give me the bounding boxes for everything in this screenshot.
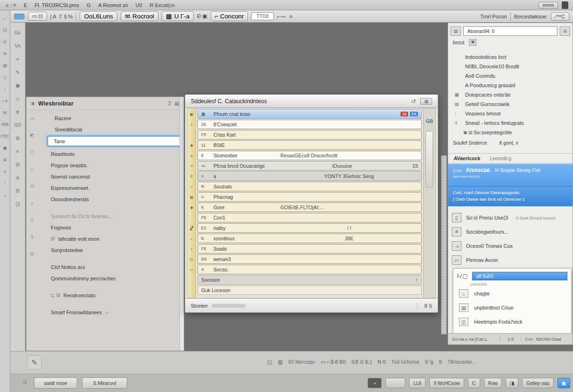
table-row[interactable]: ΓP Crtas Kart [197,130,422,139]
pencil-tool-button[interactable]: ✎ [27,355,41,369]
dropdown-item[interactable]: ▤ unpbirdtnol Criue [453,301,571,315]
menu-item-r[interactable]: R Excst(cn [150,2,175,8]
list-item[interactable]: ▤Geteif Guroscoaeik [452,99,570,109]
table-row[interactable]: F6 3aads [197,244,422,253]
c-button[interactable]: C [468,378,480,388]
table-row[interactable]: D6 wenan3 [197,254,422,264]
tool-icon-9[interactable]: M [1,110,9,115]
group-row[interactable]: Soooore ↑ [197,275,422,285]
dropdown-selected-value[interactable]: aft 5u50 [472,272,567,280]
align-icons[interactable]: S∃ ⊙ E.) [352,359,372,365]
rename-input[interactable] [47,136,182,147]
tree-item[interactable]: ⊏ ⊟Reodromclats [26,290,180,300]
tool-icon-4[interactable]: ≋ [1,51,9,56]
menu-item-edit[interactable]: A Roomot sn [98,2,128,8]
wave-icon[interactable]: ⌐~⌐ [277,14,286,19]
stack-icon[interactable]: ≡ [289,14,292,19]
color-swatch[interactable] [14,14,25,19]
list-item[interactable]: A Pooduceicg grasaid [452,81,570,90]
palette-icon-4[interactable]: ✎ [14,70,22,75]
palette-icon-5[interactable]: ▣ [14,83,22,88]
search-right-icon[interactable]: ⊟ [560,26,570,36]
tree-item[interactable]: Oooudriesherids [26,194,180,204]
panel-menu-icon[interactable]: ▤ [175,101,179,106]
action-item[interactable]: ▯ So:sl Preou Use(3 3 Sast Broad Nuouc [452,211,569,225]
list-item[interactable]: ›Veaseos bmost [452,109,570,118]
table-row[interactable]: K Gore GOIEItE.FLTOjAt:... [197,203,422,212]
tab-leonotiig[interactable]: Leonotii:g [490,155,511,161]
ttst-label[interactable]: Ttst Ucfsrtoe [391,359,419,365]
shape-pair-icon[interactable]: Ɖ ▣ [197,13,207,19]
table-row[interactable]: E1 natby / / [197,223,422,233]
list-item[interactable]: Ao8 Coomds. [452,71,570,81]
tree-item[interactable]: Noenst oancenst [26,172,180,181]
collapse-icon[interactable]: ↑ [404,277,418,283]
tool-icon-7[interactable]: ↓ [1,87,9,91]
text-tool-icon[interactable]: | A [50,14,57,19]
menu-right-button[interactable]: 88888 [539,2,558,8]
tool-icon-10[interactable]: IΘB [1,122,9,127]
tool-icon-16[interactable]: → [1,193,9,197]
selected-entry-block[interactable]: (Live Anoucae. H Snayie Seung Fist warrs… [448,164,573,206]
tool-icon-14[interactable]: v [1,169,9,174]
palette-icon-13[interactable]: Θ [14,188,22,194]
gotiey-oau-button[interactable]: Gotiey oau [522,378,553,388]
scrollbar-thumb[interactable] [426,131,433,188]
table-row[interactable]: ≡ Phacnag [197,192,422,202]
frame-icon[interactable]: ◱ [267,359,272,365]
menu-item-g[interactable]: G [87,2,91,8]
table-row[interactable]: F5 Con1 [197,213,422,222]
palette-icon-8[interactable]: SO [14,122,22,128]
tab-avaertcock[interactable]: AVaertcock [454,155,480,161]
aaidt-nooe-button[interactable]: aaidt nooe [34,377,77,389]
tree-item[interactable]: Qommundninmy percrachec [26,273,180,283]
ll6-button[interactable]: LL6 [409,378,426,388]
nine-icon[interactable]: 9 [439,359,442,365]
table-row[interactable]: 8 Stomexber ResaxGEca9 Dracecfocttt [197,151,422,160]
tool-icon-15[interactable]: ⋮ [1,181,9,186]
palette-icon-11[interactable]: (6 [14,162,22,167]
tool-icon-12[interactable]: ▣ [1,146,9,150]
tree-item[interactable]: Raceor [26,113,180,123]
node-icons[interactable]: N 0 [377,359,385,365]
dialog-titlebar[interactable]: Sddeuiesf C. Catauckindnteos ↺ ▤ [185,95,438,108]
tool-icon-2[interactable]: (ı) [1,28,9,33]
table-row[interactable]: b: xsonttous 38E [197,234,422,243]
tool-icon-1[interactable]: ⌐ [1,16,9,21]
list-item[interactable]: 3Sneail - Iertocs fimtugrats [452,118,570,128]
bezut-icon[interactable]: ▣ [469,39,476,46]
table-row[interactable]: ≔ Pfcna bncd Ocuacangs iOuuuiue 15 [197,161,422,171]
palette-icon-9[interactable]: ⊞ [14,136,22,141]
tool-icon-11[interactable]: ΓΘΞ [1,134,9,139]
tree-item[interactable]: Reartloots [26,149,180,159]
tree-item[interactable]: Sonjrotstedee [26,245,180,255]
smiracovl-button[interactable]: S.Miracovl [82,377,127,389]
menu-item-e[interactable]: E [24,2,27,8]
palette-icon-12[interactable]: A [14,175,22,180]
tree-item[interactable]: Sreedtibicat [26,124,180,134]
tree-item[interactable]: Espresonverwet. [26,183,180,193]
save-button[interactable]: ▦ U Γ-a [162,11,194,21]
half-square-icon-button[interactable]: ◨ [506,378,518,388]
dropdown-item[interactable]: ◫ Heetimpls Foda7eick [453,315,571,329]
tto-field[interactable]: TTO3 [251,12,273,20]
tree-item[interactable]: Fogooes [26,222,180,232]
conconr-dropdown[interactable]: ⌐ Conconr [211,11,248,21]
misc-icons[interactable]: 0 'g [425,359,433,365]
tool-icon-8[interactable]: ⌐4 [1,98,9,103]
table-row[interactable]: 26 8'Coeaciet [197,120,422,129]
blue-badge[interactable]: 0X [410,112,418,116]
action-item[interactable]: ◅ Oceso0 Troews Cus [452,239,569,253]
toolbar-right-icon-button[interactable]: ∕™C [551,12,569,21]
tool-icon-3[interactable]: O [1,40,9,44]
row-button[interactable]: Row [484,378,502,388]
tbrtocarter-label[interactable]: TBrtocarter... [447,359,476,365]
tree-item[interactable]: Pogsse oeasbs. [26,160,180,170]
dialog-scrollbar[interactable]: GB [423,108,435,298]
oolbluns-button[interactable]: OoL6Luns [80,11,117,21]
tree-item[interactable]: ⊟tahcatte eott eson [26,234,180,244]
dialog-refresh-icon[interactable]: ↺ [411,98,416,105]
tree-item[interactable]: Clcf Nottos ars [26,262,180,272]
palette-icon-3[interactable]: ≂ [14,57,22,62]
palette-icon-10[interactable]: ≡ [14,149,22,154]
